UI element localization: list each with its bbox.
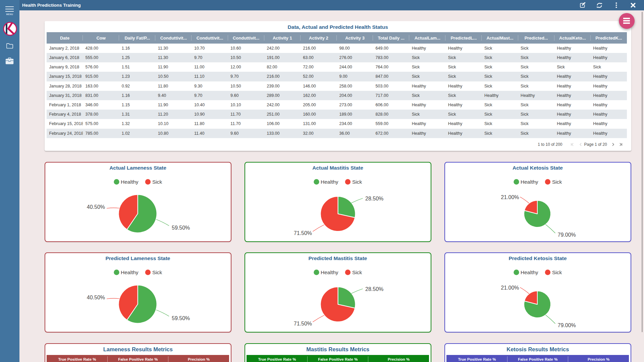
svg-text:Healthy: Healthy [121, 179, 139, 185]
svg-text:Sick: Sick [152, 269, 162, 275]
svg-text:21.00%: 21.00% [501, 194, 519, 200]
svg-text:Sick: Sick [152, 179, 162, 185]
svg-text:28.50%: 28.50% [365, 286, 383, 292]
svg-text:Sick: Sick [352, 269, 362, 275]
svg-text:79.00%: 79.00% [557, 322, 576, 328]
svg-text:Healthy: Healthy [521, 269, 538, 275]
svg-text:Healthy: Healthy [321, 179, 338, 185]
svg-text:Actual Ketosis State: Actual Ketosis State [513, 165, 563, 170]
svg-text:Predicted Mastitis State: Predicted Mastitis State [308, 255, 367, 261]
svg-text:Sick: Sick [552, 269, 562, 275]
svg-text:21.00%: 21.00% [501, 285, 519, 291]
svg-text:Healthy: Healthy [121, 269, 139, 275]
svg-text:71.50%: 71.50% [294, 230, 312, 236]
svg-text:Healthy: Healthy [321, 269, 338, 275]
svg-text:59.50%: 59.50% [172, 315, 190, 321]
svg-text:40.50%: 40.50% [87, 295, 105, 300]
svg-text:Predicted Lameness State: Predicted Lameness State [105, 255, 170, 261]
svg-text:59.50%: 59.50% [172, 225, 190, 231]
svg-text:Predicted Ketosis State: Predicted Ketosis State [508, 255, 567, 261]
svg-text:Actual Lameness State: Actual Lameness State [109, 165, 166, 170]
svg-text:28.50%: 28.50% [365, 196, 383, 201]
svg-text:40.50%: 40.50% [87, 204, 105, 210]
svg-text:Sick: Sick [352, 179, 362, 185]
svg-text:Healthy: Healthy [521, 179, 538, 185]
svg-text:Sick: Sick [552, 179, 562, 185]
svg-text:79.00%: 79.00% [557, 232, 576, 237]
svg-text:Actual Mastitis State: Actual Mastitis State [312, 165, 363, 170]
svg-text:71.50%: 71.50% [294, 320, 312, 326]
